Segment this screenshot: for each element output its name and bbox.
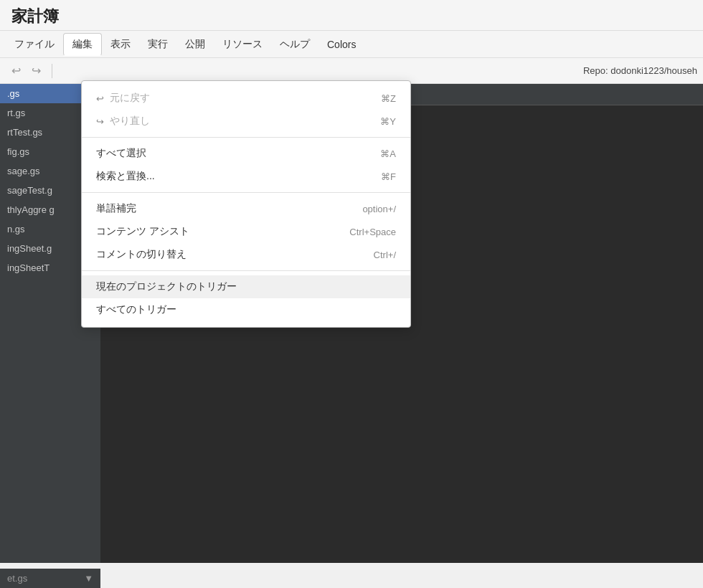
- menu-resources[interactable]: リソース: [214, 34, 271, 55]
- menu-view[interactable]: 表示: [102, 34, 139, 55]
- dropdown-item-undo[interactable]: ↩ 元に戻す ⌘Z: [82, 87, 410, 110]
- redo-menu-icon: ↪: [96, 116, 104, 127]
- dropdown-item-all-triggers[interactable]: すべてのトリガー: [82, 298, 410, 321]
- dropdown-findreplace-shortcut: ⌘F: [381, 171, 396, 182]
- dropdown-togglecomment-label: コメントの切り替え: [96, 248, 187, 261]
- sidebar-footer-arrow: ▼: [84, 573, 93, 584]
- dropdown-item-contentassist[interactable]: コンテンツ アシスト Ctrl+Space: [82, 220, 410, 243]
- app-title: 家計簿: [11, 7, 59, 25]
- menu-edit[interactable]: 編集: [63, 33, 102, 56]
- dropdown-item-findreplace[interactable]: 検索と置換... ⌘F: [82, 165, 410, 188]
- toolbar-separator: [52, 64, 52, 78]
- dropdown-undo-label: 元に戻す: [110, 92, 150, 105]
- dropdown-selectall-label: すべて選択: [96, 147, 146, 160]
- dropdown-wordcompletion-label: 単語補完: [96, 202, 136, 215]
- sidebar-footer[interactable]: et.gs ▼: [0, 569, 100, 588]
- dropdown-selectall-shortcut: ⌘A: [380, 148, 396, 159]
- dropdown-section-undoredo: ↩ 元に戻す ⌘Z ↪ やり直し ⌘Y: [82, 85, 410, 134]
- menu-bar: ファイル 編集 表示 実行 公開 リソース ヘルプ Colors: [0, 31, 703, 58]
- repo-label: Repo: dodonki1223/househ: [583, 65, 697, 76]
- dropdown-redo-label: やり直し: [110, 115, 150, 128]
- sidebar-footer-label: et.gs: [7, 573, 27, 584]
- dropdown-all-triggers-label: すべてのトリガー: [96, 303, 176, 316]
- dropdown-section-select: すべて選択 ⌘A 検索と置換... ⌘F: [82, 141, 410, 189]
- dropdown-contentassist-shortcut: Ctrl+Space: [349, 227, 396, 237]
- redo-icon: ↪: [32, 64, 41, 77]
- menu-file[interactable]: ファイル: [6, 34, 63, 55]
- dropdown-togglecomment-shortcut: Ctrl+/: [374, 250, 396, 260]
- dropdown-item-togglecomment[interactable]: コメントの切り替え Ctrl+/: [82, 243, 410, 266]
- separator-2: [82, 192, 410, 193]
- menu-colors[interactable]: Colors: [319, 34, 364, 54]
- menu-publish[interactable]: 公開: [176, 34, 214, 55]
- dropdown-redo-shortcut: ⌘Y: [380, 116, 396, 127]
- dropdown-item-selectall[interactable]: すべて選択 ⌘A: [82, 142, 410, 165]
- menu-help[interactable]: ヘルプ: [271, 34, 319, 55]
- separator-3: [82, 270, 410, 271]
- dropdown-item-current-triggers[interactable]: 現在のプロジェクトのトリガー: [82, 275, 410, 298]
- edit-dropdown-menu: ↩ 元に戻す ⌘Z ↪ やり直し ⌘Y すべて選択 ⌘A 検索と置換... ⌘F: [81, 80, 411, 328]
- undo-icon: ↩: [11, 64, 21, 77]
- separator-1: [82, 137, 410, 138]
- dropdown-item-wordcompletion[interactable]: 単語補完 option+/: [82, 197, 410, 220]
- dropdown-section-triggers: 現在のプロジェクトのトリガー すべてのトリガー: [82, 274, 410, 323]
- dropdown-wordcompletion-shortcut: option+/: [362, 204, 396, 214]
- dropdown-contentassist-label: コンテンツ アシスト: [96, 225, 189, 238]
- dropdown-findreplace-label: 検索と置換...: [96, 170, 155, 183]
- undo-menu-icon: ↩: [96, 93, 104, 104]
- menu-run[interactable]: 実行: [139, 34, 176, 55]
- dropdown-item-redo[interactable]: ↪ やり直し ⌘Y: [82, 110, 410, 133]
- undo-button[interactable]: ↩: [6, 61, 26, 81]
- dropdown-undo-shortcut: ⌘Z: [381, 93, 396, 104]
- dropdown-section-tools: 単語補完 option+/ コンテンツ アシスト Ctrl+Space コメント…: [82, 196, 410, 267]
- dropdown-current-triggers-label: 現在のプロジェクトのトリガー: [96, 280, 237, 293]
- redo-button[interactable]: ↪: [26, 61, 46, 81]
- title-bar: 家計簿: [0, 0, 703, 31]
